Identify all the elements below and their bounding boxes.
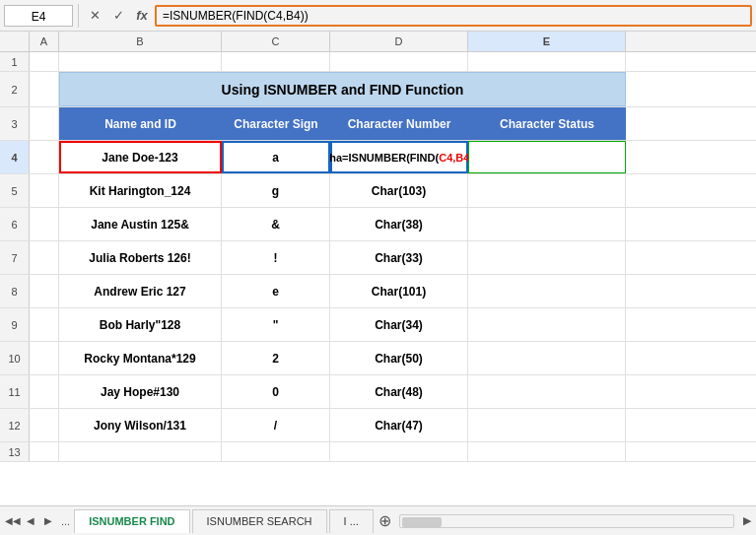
cell-e1[interactable] (468, 52, 626, 71)
cell-a9[interactable] (30, 308, 59, 341)
cell-c8[interactable]: e (222, 275, 330, 307)
table-row: 3 Name and ID Character Sign Character N… (0, 107, 756, 141)
row-num-2: 2 (0, 72, 30, 106)
tab-isnumber-find-label: ISNUMBER FIND (89, 515, 174, 527)
cell-b10[interactable]: Rocky Montana*129 (59, 342, 222, 374)
cell-a1[interactable] (30, 52, 59, 71)
cell-d1[interactable] (330, 52, 468, 71)
add-sheet-button[interactable]: ⊕ (376, 511, 395, 531)
cell-b11[interactable]: Jay Hope#130 (59, 375, 222, 408)
col-header-e[interactable]: E (468, 32, 626, 51)
tab-i-ellipsis[interactable]: I ... (329, 509, 374, 533)
cell-b5[interactable]: Kit Harington_124 (59, 174, 222, 207)
cell-e11[interactable] (468, 375, 626, 408)
formula-toolbar: E4 ✕ ✓ fx =ISNUMBER(FIND(C4,B4)) (0, 0, 756, 32)
row-num-11: 11 (0, 375, 30, 408)
cell-b7[interactable]: Julia Roberts 126! (59, 241, 222, 274)
cell-e9[interactable] (468, 308, 626, 341)
cell-a7[interactable] (30, 241, 59, 274)
table-row: 12 Jony Wilson/131 / Char(47) (0, 409, 756, 442)
cancel-button[interactable]: ✕ (84, 5, 105, 27)
cell-b6[interactable]: Jane Austin 125& (59, 208, 222, 240)
row-num-6: 6 (0, 208, 30, 240)
cell-a13[interactable] (30, 442, 59, 461)
col-header-b[interactable]: B (59, 32, 222, 51)
cell-c1[interactable] (222, 52, 330, 71)
title-cell[interactable]: Using ISNUMBER and FIND Function (59, 72, 626, 106)
table-row: 10 Rocky Montana*129 2 Char(50) (0, 342, 756, 375)
header-char-number[interactable]: Character Number (330, 107, 468, 140)
cell-e13[interactable] (468, 442, 626, 461)
cell-c6[interactable]: & (222, 208, 330, 240)
tab-i-label: I ... (344, 515, 359, 527)
col-header-a[interactable]: A (30, 32, 59, 51)
cell-a6[interactable] (30, 208, 59, 240)
header-char-status[interactable]: Character Status (468, 107, 626, 140)
cell-b8[interactable]: Andrew Eric 127 (59, 275, 222, 307)
tab-nav-first[interactable]: ◀◀ (4, 511, 22, 531)
cell-c13[interactable] (222, 442, 330, 461)
formula-icon[interactable]: fx (131, 5, 153, 27)
table-row: 2 Using ISNUMBER and FIND Function (0, 72, 756, 107)
cell-b13[interactable] (59, 442, 222, 461)
cell-b4[interactable]: Jane Doe-123 (59, 141, 222, 173)
cell-d6[interactable]: Char(38) (330, 208, 468, 240)
formula-text: =ISNUMBER(FIND(C4,B4)) (163, 9, 309, 23)
cell-d4[interactable]: Cha=ISNUMBER(FIND(C4,B4)) (330, 141, 468, 173)
name-box[interactable]: E4 (4, 5, 73, 27)
cell-d10[interactable]: Char(50) (330, 342, 468, 374)
cell-c11[interactable]: 0 (222, 375, 330, 408)
cell-d9[interactable]: Char(34) (330, 308, 468, 341)
cell-b9[interactable]: Bob Harly"128 (59, 308, 222, 341)
cell-c10[interactable]: 2 (222, 342, 330, 374)
cell-c9[interactable]: " (222, 308, 330, 341)
formula-bar[interactable]: =ISNUMBER(FIND(C4,B4)) (155, 5, 752, 27)
horizontal-scrollbar[interactable] (399, 514, 734, 528)
tab-isnumber-find[interactable]: ISNUMBER FIND (74, 509, 189, 533)
cell-e8[interactable] (468, 275, 626, 307)
row-num-1: 1 (0, 52, 30, 71)
cell-a5[interactable] (30, 174, 59, 207)
cell-d7[interactable]: Char(33) (330, 241, 468, 274)
table-row: 13 (0, 442, 756, 462)
cell-a8[interactable] (30, 275, 59, 307)
header-char-sign[interactable]: Character Sign (222, 107, 330, 140)
cell-a11[interactable] (30, 375, 59, 408)
cell-e4[interactable] (468, 141, 626, 173)
col-header-c[interactable]: C (222, 32, 330, 51)
cell-a4[interactable] (30, 141, 59, 173)
table-row: 11 Jay Hope#130 0 Char(48) (0, 375, 756, 409)
cell-d13[interactable] (330, 442, 468, 461)
cell-e12[interactable] (468, 409, 626, 441)
cell-a3[interactable] (30, 107, 59, 140)
cell-c7[interactable]: ! (222, 241, 330, 274)
cell-b1[interactable] (59, 52, 222, 71)
header-name-id[interactable]: Name and ID (59, 107, 222, 140)
header-char-sign-label: Character Sign (234, 117, 317, 131)
cell-c4-value: a (272, 151, 279, 165)
cell-e6[interactable] (468, 208, 626, 240)
tab-bar: ◀◀ ◀ ▶ ... ISNUMBER FIND ISNUMBER SEARCH… (0, 505, 756, 535)
cell-a12[interactable] (30, 409, 59, 441)
cell-e10[interactable] (468, 342, 626, 374)
cell-c5[interactable]: g (222, 174, 330, 207)
tab-nav-prev[interactable]: ◀ (22, 511, 39, 531)
cell-b12[interactable]: Jony Wilson/131 (59, 409, 222, 441)
toolbar-separator (78, 4, 79, 28)
cell-d11[interactable]: Char(48) (330, 375, 468, 408)
table-row: 5 Kit Harington_124 g Char(103) (0, 174, 756, 208)
cell-a10[interactable] (30, 342, 59, 374)
scroll-right-arrow[interactable]: ▶ (738, 511, 756, 531)
cell-d8[interactable]: Char(101) (330, 275, 468, 307)
confirm-button[interactable]: ✓ (107, 5, 129, 27)
tab-nav-next[interactable]: ▶ (39, 511, 57, 531)
cell-d12[interactable]: Char(47) (330, 409, 468, 441)
cell-a2[interactable] (30, 72, 59, 106)
col-header-d[interactable]: D (330, 32, 468, 51)
tab-isnumber-search[interactable]: ISNUMBER SEARCH (192, 509, 327, 533)
cell-e5[interactable] (468, 174, 626, 207)
cell-c4[interactable]: a (222, 141, 330, 173)
cell-c12[interactable]: / (222, 409, 330, 441)
cell-e7[interactable] (468, 241, 626, 274)
cell-d5[interactable]: Char(103) (330, 174, 468, 207)
